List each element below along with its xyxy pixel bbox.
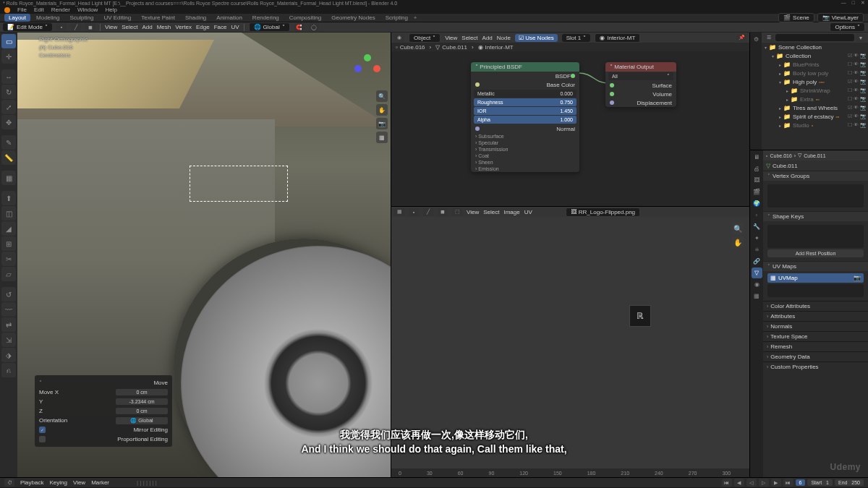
prev-key-icon[interactable]: ◀ (734, 479, 744, 487)
outliner-item[interactable]: ▸📁 Extra ▫▫☐ 👁 📷 (762, 95, 868, 103)
ptab-modifier[interactable]: 🔧 (752, 221, 762, 232)
tool-spin[interactable]: ↺ (1, 287, 16, 301)
menu-render[interactable]: Render (51, 7, 70, 13)
ptab-world[interactable]: 🌍 (752, 198, 762, 209)
tab-compositing[interactable]: Compositing (285, 14, 326, 22)
tool-knife[interactable]: ✂ (1, 252, 16, 266)
tool-loopcut[interactable]: ⊞ (1, 236, 16, 251)
tab-shading[interactable]: Shading (181, 14, 210, 22)
menu-window[interactable]: Window (77, 7, 98, 13)
outliner-filter-btn[interactable]: ▼ (856, 34, 866, 42)
uv-vert-icon[interactable]: ▪ (409, 208, 419, 216)
ptab-render[interactable]: 🖥 (752, 152, 762, 163)
tool-shear[interactable]: ⬗ (1, 348, 16, 362)
viewlayer-selector[interactable]: 📷 ViewLayer (817, 13, 864, 22)
jump-start-icon[interactable]: ⏮ (722, 479, 732, 487)
ptab-particle[interactable]: ✦ (752, 233, 762, 244)
uv-island-icon[interactable]: ⬚ (452, 208, 462, 216)
mode-selector[interactable]: 📝 Edit Mode ˅ (3, 23, 52, 31)
ior-slider[interactable]: IOR1.450 (474, 107, 576, 115)
specular-expand[interactable]: › Specular (471, 140, 579, 146)
editor-type-icon[interactable]: ◉ (394, 34, 404, 42)
geometry-data-section[interactable]: ›Geometry Data (763, 351, 868, 361)
persp-icon[interactable]: ▦ (376, 132, 388, 143)
sheen-expand[interactable]: › Sheen (471, 159, 579, 166)
subsurface-expand[interactable]: › Subsurface (471, 133, 579, 140)
outliner-scene-collection[interactable]: ▾📁 Scene Collection (762, 43, 868, 51)
tab-layout[interactable]: Layout (4, 14, 30, 22)
vp-menu-add[interactable]: Add (142, 24, 152, 30)
node-menu-view[interactable]: View (445, 35, 457, 41)
timeline-type-icon[interactable]: ⏱ (4, 479, 14, 487)
minimize-icon[interactable]: — (841, 0, 846, 6)
ptab-constraint[interactable]: 🔗 (752, 256, 762, 267)
viewport-3d[interactable]: Right Orthographic (6) Cube.016 Centimet… (17, 33, 391, 477)
close-icon[interactable]: ✕ (861, 0, 865, 6)
custom-properties-section[interactable]: ›Custom Properties (763, 361, 868, 372)
uv-editor-type-icon[interactable]: ▦ (394, 208, 404, 216)
tab-uvediting[interactable]: UV Editing (99, 14, 135, 22)
ptab-data[interactable]: ▽ (752, 267, 762, 278)
outliner-type-icon[interactable]: ☰ (764, 34, 774, 42)
ptab-output[interactable]: 🖨 (752, 163, 762, 174)
vertex-groups-list[interactable] (767, 184, 864, 207)
outliner-item[interactable]: ▸📁 BluePrints☐ 👁 📷 (762, 60, 868, 69)
tool-cursor[interactable]: ✛ (1, 49, 16, 64)
texture-space-section[interactable]: ›Texture Space (763, 331, 868, 341)
tool-select-box[interactable]: ▭ (1, 34, 16, 48)
vp-menu-vertex[interactable]: Vertex (175, 24, 192, 30)
ptab-material[interactable]: ◉ (752, 279, 762, 290)
snap-icon[interactable]: 🧲 (294, 23, 305, 31)
pin-icon[interactable]: 📌 (736, 34, 746, 42)
tab-sculpting[interactable]: Sculpting (66, 14, 98, 22)
uv-menu-uv[interactable]: UV (524, 209, 532, 215)
move-z-field[interactable]: 0 cm (116, 408, 168, 414)
node-menu-node[interactable]: Node (497, 35, 511, 41)
mirror-checkbox[interactable]: ✓ (39, 427, 46, 433)
outliner-item[interactable]: ▸📁 Studio ▫☐ 👁 📷 (762, 121, 868, 129)
uv-menu-select[interactable]: Select (483, 209, 499, 215)
tool-transform[interactable]: ✥ (1, 115, 16, 129)
tool-edgeslide[interactable]: ⇄ (1, 317, 16, 332)
image-selector[interactable]: 🖼 RR_Logo-Flipped.png (566, 207, 640, 217)
uv-maps-header[interactable]: ˅UV Maps (763, 261, 868, 271)
move-orient-selector[interactable]: 🌐 Global (116, 417, 168, 424)
move-y-field[interactable]: -3.2344 cm (116, 398, 168, 405)
start-frame-field[interactable]: Start 1 (807, 479, 833, 486)
play-icon[interactable]: ▷ (759, 479, 769, 487)
maximize-icon[interactable]: □ (852, 0, 855, 6)
tool-move[interactable]: ↔ (1, 69, 16, 84)
current-frame-field[interactable]: 6 (796, 479, 806, 486)
tool-extrude[interactable]: ⬆ (1, 191, 16, 205)
outliner-item[interactable]: ▸📁 Body low poly☐ 👁 📷 (762, 69, 868, 77)
material-selector[interactable]: ◉ Interior-MT (595, 33, 640, 43)
tab-geonodes[interactable]: Geometry Nodes (327, 14, 379, 22)
tab-modeling[interactable]: Modeling (32, 14, 64, 22)
uv-zoom-icon[interactable]: 🔍 (732, 223, 744, 234)
menu-edit[interactable]: Edit (34, 7, 44, 13)
vertex-groups-header[interactable]: ˅Vertex Groups (763, 171, 868, 181)
prop-checkbox[interactable] (39, 436, 46, 442)
bc-mesh[interactable]: ▽ Cube.011 (435, 44, 467, 51)
vert-select-icon[interactable]: ▪ (56, 23, 67, 31)
face-select-icon[interactable]: ◼ (85, 23, 95, 31)
uv-face-icon[interactable]: ◼ (438, 208, 448, 216)
outliner-search[interactable] (775, 34, 854, 41)
tool-addcube[interactable]: ▦ (1, 171, 16, 185)
node-menu-select[interactable]: Select (461, 35, 477, 41)
prop-edit-icon[interactable]: ◯ (309, 23, 319, 31)
vp-menu-face[interactable]: Face (214, 24, 227, 30)
menu-help[interactable]: Help (105, 7, 116, 13)
scene-selector[interactable]: 🎬 Scene (778, 13, 814, 22)
attributes-section[interactable]: ›Attributes (763, 311, 868, 321)
edge-select-icon[interactable]: ╱ (71, 23, 81, 31)
orientation-selector[interactable]: 🌐 Global ˅ (249, 22, 290, 32)
use-nodes-toggle[interactable]: ☑ Use Nodes (515, 34, 558, 42)
ptab-scene[interactable]: 🎬 (752, 187, 762, 197)
alpha-slider[interactable]: Alpha1.000 (474, 116, 576, 124)
ptab-object[interactable]: ▫ (752, 210, 762, 221)
tl-view[interactable]: View (73, 479, 85, 486)
tool-annotate[interactable]: ✎ (1, 135, 16, 150)
node-menu-add[interactable]: Add (482, 35, 493, 41)
tool-scale[interactable]: ⤢ (1, 100, 16, 114)
